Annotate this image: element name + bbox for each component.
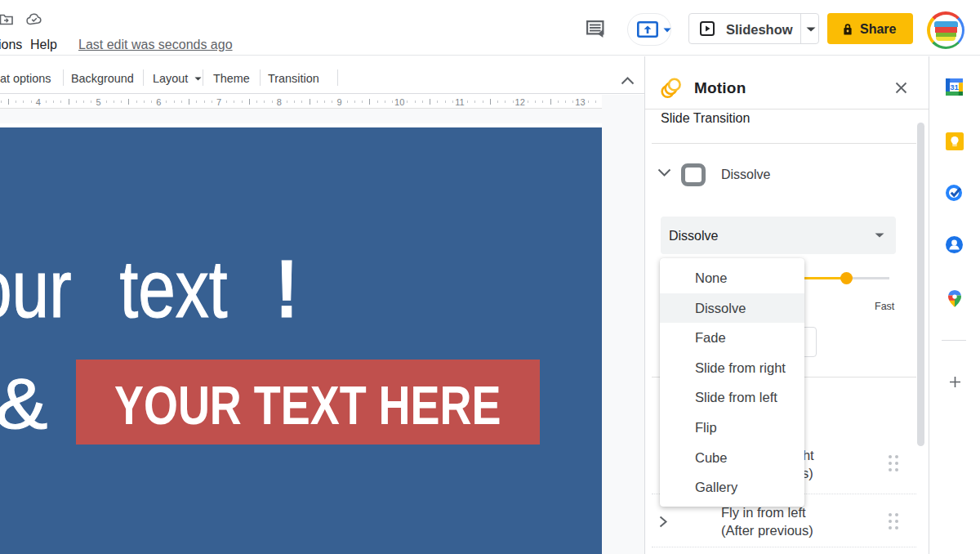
svg-text:31: 31 <box>950 83 959 92</box>
